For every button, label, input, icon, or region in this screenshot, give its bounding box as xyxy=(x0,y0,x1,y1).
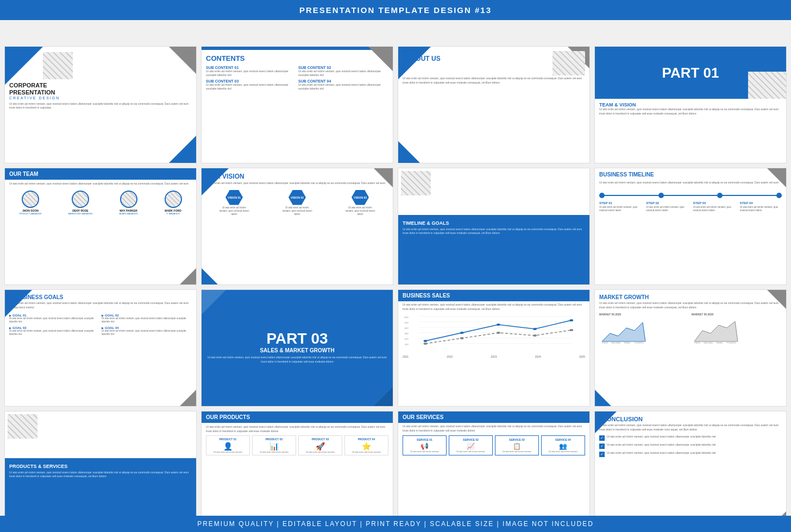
product-label-1: PRODUCT 01 xyxy=(208,438,248,441)
step-label-2: STEP 02 xyxy=(646,201,688,205)
product-text-1: Ut wisi enim ad minim veniam xyxy=(208,451,248,453)
service-icon-2: 📈 xyxy=(450,442,491,450)
timeline-line xyxy=(599,195,782,196)
year-2021: 2021 xyxy=(403,355,409,358)
svg-point-13 xyxy=(460,332,464,334)
market-svg-1: FIRST SECOND THIRD FOURTH xyxy=(599,317,648,344)
svg-text:60: 60 xyxy=(404,316,408,318)
step-label-4: STEP 04 xyxy=(740,201,782,205)
slide12-body: Ut wisi enim ad minim veniam, quis nostr… xyxy=(595,301,786,312)
goal-text-1: Ut wisi enim ad minim veniam, quis nostr… xyxy=(9,317,99,324)
slide9-body: Ut wisi enim ad minim veniam, quis nostr… xyxy=(5,301,196,312)
slide9-title: BUSINESS GOALS xyxy=(5,290,196,301)
team-member-3: MAY PARKER ADMIN MANAGER xyxy=(119,191,137,215)
goal-text-4: Ut wisi enim ad minim veniam, quis nostr… xyxy=(102,330,192,337)
member-role-1: PRODUCT MANAGER xyxy=(19,212,41,215)
deco-br xyxy=(374,387,393,406)
checkbox-2: ✓ xyxy=(599,444,605,449)
dot-1 xyxy=(599,193,605,198)
hex-1: VISION 01 xyxy=(225,190,243,205)
slide16-title: CONCLUSION xyxy=(595,411,786,423)
year-2024: 2024 xyxy=(535,355,541,358)
slide-business-sales: BUSINESS SALES Ut wisi enim ad minim ven… xyxy=(398,289,590,407)
slide8-body: Ut wisi enim ad minim veniam, quis nostr… xyxy=(595,181,786,187)
checkmark-1: ✓ xyxy=(600,436,604,440)
slide15-title: OUR SERVICES xyxy=(403,414,585,420)
slide-contents: CONTENTS SUB CONTENT 01 Ut wisi enim ad … xyxy=(201,46,393,163)
goal-text-2: Ut wisi enim ad minim veniam, quis nostr… xyxy=(102,317,192,324)
content-label-3: SUB CONTENT 03 xyxy=(206,79,296,83)
deco-triangle-tr xyxy=(169,47,196,74)
deco-triangle-tl xyxy=(398,47,431,79)
slide15-body: Ut wisi enim ad minim veniam, quis nostr… xyxy=(398,423,589,434)
avatar-2 xyxy=(72,191,89,208)
vision-text-3: Ut wisi enim ad minim veniam, quis nostr… xyxy=(346,206,375,217)
timeline-dots xyxy=(599,193,782,198)
slide-grid: CORPORATEPRESENTATION CREATIVE DESIGN Ut… xyxy=(0,42,791,532)
check-item-3: ✓ Ut wisi enim ad minim veniam, quis nos… xyxy=(599,451,782,457)
step-2: STEP 02 Ut wisi enim ad minim veniam, qu… xyxy=(646,201,688,213)
product-3: PRODUCT 03 🚀 Ut wisi enim ad minim venia… xyxy=(298,435,342,455)
slide-conclusion: CONCLUSION Ut wisi enim ad minim veniam,… xyxy=(594,411,787,528)
deco-bottom-accent xyxy=(180,268,196,284)
market-charts-row: MARKET IN 2020 FIRST SECOND THIRD FOURTH… xyxy=(595,312,786,347)
market-chart-title-1: MARKET IN 2020 xyxy=(599,313,689,316)
part03-subtitle: SALES & MARKET GROWTH xyxy=(260,347,334,353)
svg-point-12 xyxy=(424,340,428,342)
service-label-4: SERVICE 04 xyxy=(543,438,583,441)
product-text-2: Ut wisi enim ad minim veniam xyxy=(254,451,294,453)
products-row: PRODUCT 01 👤 Ut wisi enim ad minim venia… xyxy=(202,434,393,457)
part01-subtitle: TEAM & VISION xyxy=(599,102,782,107)
service-4: SERVICE 04 👥 Ut wisi enim ad minim venia… xyxy=(541,435,585,455)
part02-subtitle: TIMELINE & GOALS xyxy=(403,220,585,226)
slide15-header: OUR SERVICES xyxy=(398,411,589,423)
deco-triangle-br xyxy=(180,390,196,406)
check-text-1: Ut wisi enim ad minim veniam, quis nostr… xyxy=(607,435,715,439)
deco-triangle-bl xyxy=(398,141,420,163)
goals-grid: GOAL 01 Ut wisi enim ad minim veniam, qu… xyxy=(5,312,196,338)
step-4: STEP 04 Ut wisi enim ad minim veniam, qu… xyxy=(740,201,782,213)
team-member-4: MARK FORD IT MANAGER xyxy=(165,191,182,215)
member-name-4: MARK FORD xyxy=(165,209,182,212)
footer-text: PREMIUM QUALITY | EDITABLE LAYOUT | PRIN… xyxy=(197,520,594,528)
member-role-3: ADMIN MANAGER xyxy=(119,212,137,215)
part01-label: PART 01 xyxy=(662,65,719,81)
step-text-1: Ut wisi enim ad minim veniam, quis nostr… xyxy=(599,206,641,213)
slide5-body: Ut wisi enim ad minim veniam, quis nostr… xyxy=(5,180,196,188)
service-text-1: Ut wisi enim ad minim veniam xyxy=(404,450,445,453)
avatar-1 xyxy=(22,191,39,208)
slide6-body: Ut wisi enim ad minim veniam, quis nostr… xyxy=(202,181,393,188)
vision-item-1: VISION 01 Ut wisi enim ad minim veniam, … xyxy=(219,190,249,217)
top-strip xyxy=(398,168,589,215)
goal-2: GOAL 02 Ut wisi enim ad minim veniam, qu… xyxy=(102,314,192,324)
slide8-title: BUSINESS TIMELINE xyxy=(599,172,782,178)
content-item-3: SUB CONTENT 03 Ut wisi enim ad minim ven… xyxy=(206,79,296,91)
service-3: SERVICE 03 📋 Ut wisi enim ad minim venia… xyxy=(495,435,539,455)
slide12-title: MARKET GROWTH xyxy=(595,290,786,301)
svg-marker-28 xyxy=(694,321,738,341)
blue-top-section: PART 01 xyxy=(595,47,786,99)
year-2025: 2025 xyxy=(579,355,585,358)
svg-point-16 xyxy=(569,319,573,321)
step-text-3: Ut wisi enim ad minim veniam, quis nostr… xyxy=(693,206,734,213)
slide-corporate-presentation: CORPORATEPRESENTATION CREATIVE DESIGN Ut… xyxy=(4,46,197,163)
hex-label-1: VISION 01 xyxy=(228,196,241,199)
service-1: SERVICE 01 📢 Ut wisi enim ad minim venia… xyxy=(403,435,447,455)
slide5-title: OUR TEAM xyxy=(9,171,38,177)
vision-text-1: Ut wisi enim ad minim veniam, quis nostr… xyxy=(219,206,249,217)
svg-text:FIRST: FIRST xyxy=(602,341,608,344)
step-row: STEP 01 Ut wisi enim ad minim veniam, qu… xyxy=(599,201,782,213)
step-text-4: Ut wisi enim ad minim veniam, quis nostr… xyxy=(740,206,782,213)
slide-our-team: OUR TEAM Ut wisi enim ad minim veniam, q… xyxy=(4,168,197,285)
svg-text:40: 40 xyxy=(404,327,408,329)
slide11-header: BUSINESS SALES xyxy=(398,290,589,301)
svg-text:10: 10 xyxy=(404,343,408,345)
content-text-3: Ut wisi enim ad minim veniam, quis nostr… xyxy=(206,83,296,91)
step-3: STEP 03 Ut wisi enim ad minim veniam, qu… xyxy=(693,201,734,213)
content-text-1: Ut wisi enim ad minim veniam, quis nostr… xyxy=(206,69,296,77)
slide14-header: OUR PRODUCTS xyxy=(202,411,393,423)
deco-triangle-bl xyxy=(202,268,218,284)
slide-our-services: OUR SERVICES Ut wisi enim ad minim venia… xyxy=(398,411,590,528)
timeline: STEP 01 Ut wisi enim ad minim veniam, qu… xyxy=(595,187,786,215)
market-svg-2: FIRST SECOND THIRD FOURTH xyxy=(692,317,740,344)
